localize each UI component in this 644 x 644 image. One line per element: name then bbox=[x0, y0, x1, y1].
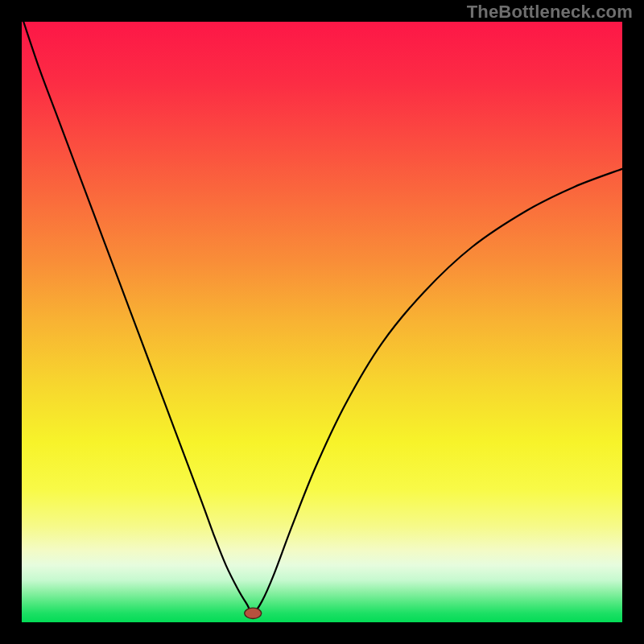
watermark-text: TheBottleneck.com bbox=[467, 2, 633, 23]
bottleneck-chart bbox=[22, 22, 622, 622]
plot-background bbox=[22, 22, 622, 622]
minimum-marker bbox=[245, 608, 262, 618]
chart-frame: TheBottleneck.com bbox=[0, 0, 644, 644]
